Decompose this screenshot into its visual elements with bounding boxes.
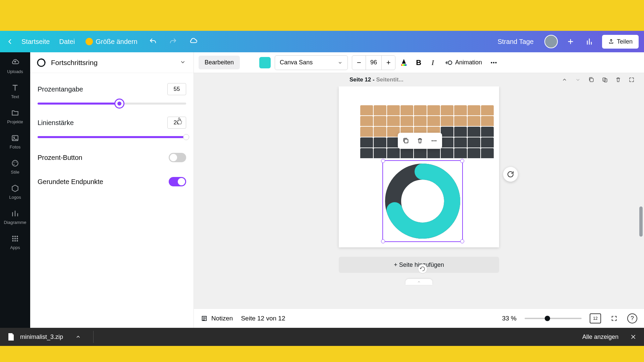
slider-thumb[interactable] — [183, 134, 189, 140]
sidebar-item-styles[interactable]: Stile — [0, 157, 30, 176]
delete-element-button[interactable] — [414, 135, 426, 147]
color-swatch-dark[interactable] — [244, 57, 255, 68]
text-color-button[interactable] — [399, 58, 410, 68]
zoom-slider[interactable] — [525, 318, 582, 319]
more-element-button[interactable] — [428, 135, 440, 147]
font-size-increase[interactable]: + — [382, 56, 395, 70]
collapse-button[interactable] — [179, 59, 187, 67]
undo-button[interactable] — [148, 37, 158, 46]
page-count: Seite 12 von 12 — [241, 315, 285, 322]
download-expand-button[interactable] — [75, 334, 81, 340]
show-all-button[interactable]: Alle anzeigen — [582, 334, 619, 341]
svg-point-2 — [12, 160, 18, 166]
expand-timeline-handle[interactable] — [406, 279, 432, 285]
page-up-button[interactable] — [560, 75, 569, 84]
element-context-toolbar — [398, 133, 442, 149]
sidebar-item-photos[interactable]: Fotos — [0, 132, 30, 151]
rotate-handle[interactable] — [418, 264, 427, 274]
more-button[interactable] — [489, 58, 499, 67]
font-select[interactable]: Canva Sans — [275, 55, 348, 70]
color-swatch-teal[interactable] — [259, 57, 271, 68]
add-user-button[interactable] — [565, 36, 577, 48]
svg-point-12 — [12, 240, 13, 241]
insights-button[interactable] — [583, 36, 595, 48]
grid-view-button[interactable]: 12 — [590, 313, 601, 323]
resize-handle-tr[interactable] — [460, 159, 464, 163]
sidebar-item-uploads[interactable]: Uploads — [0, 56, 30, 75]
svg-point-25 — [432, 140, 433, 141]
sidebar-item-label: Projekte — [7, 119, 23, 124]
chevron-down-icon — [337, 60, 343, 65]
hexagon-icon — [10, 183, 20, 193]
close-download-bar-button[interactable] — [630, 334, 637, 340]
svg-point-17 — [448, 61, 452, 64]
resize-button[interactable]: Größe ändern — [86, 38, 138, 46]
resize-handle-bl[interactable] — [381, 239, 385, 243]
crown-icon — [86, 38, 93, 45]
cursor-icon — [176, 117, 182, 125]
sidebar-item-charts[interactable]: Diagramme — [0, 207, 30, 226]
expand-page-button[interactable] — [627, 75, 636, 84]
font-size-value[interactable]: 96 — [366, 56, 382, 70]
canvas-viewport[interactable]: + Seite hinzufügen — [194, 86, 644, 308]
percent-slider[interactable] — [38, 103, 186, 105]
notes-button[interactable]: Notizen — [201, 315, 233, 322]
notes-label: Notizen — [211, 315, 233, 322]
resize-handle-tl[interactable] — [381, 159, 385, 163]
resize-label: Größe ändern — [96, 38, 138, 46]
svg-rect-16 — [401, 64, 407, 66]
sidebar-item-apps[interactable]: Apps — [0, 232, 30, 251]
scrollbar-thumb[interactable] — [639, 206, 643, 237]
sidebar-item-text[interactable]: Text — [0, 81, 30, 101]
animation-label: Animation — [455, 59, 482, 66]
page-down-button[interactable] — [574, 75, 582, 84]
percent-button-label: Prozent-Button — [38, 154, 82, 162]
copy-page-button[interactable] — [600, 75, 609, 84]
share-button[interactable]: Teilen — [602, 35, 639, 49]
svg-point-8 — [16, 236, 18, 237]
percent-label: Prozentangabe — [38, 85, 83, 93]
thickness-slider[interactable] — [38, 136, 186, 138]
apps-icon — [10, 234, 20, 244]
help-button[interactable]: ? — [627, 313, 637, 323]
edit-button[interactable]: Bearbeiten — [199, 56, 240, 69]
slider-thumb[interactable] — [115, 100, 123, 108]
home-link[interactable]: Startseite — [21, 38, 50, 46]
regenerate-button[interactable] — [503, 167, 518, 182]
properties-title: Fortschrittsring — [51, 59, 175, 67]
zoom-slider-thumb[interactable] — [545, 316, 550, 321]
avatar[interactable] — [544, 35, 558, 48]
download-file-name[interactable]: minimalist_3.zip — [20, 334, 63, 341]
zoom-value[interactable]: 33 % — [502, 315, 517, 322]
duplicate-element-button[interactable] — [400, 135, 412, 147]
selection-box[interactable] — [382, 160, 463, 242]
icon-sidebar: Uploads Text Projekte Fotos Stile Logos — [0, 52, 30, 328]
back-button[interactable] — [5, 37, 15, 46]
percent-input[interactable]: 55 — [167, 83, 186, 95]
document-title[interactable]: Strand Tage — [497, 38, 534, 46]
resize-handle-br[interactable] — [460, 239, 464, 243]
canvas-scrollbar[interactable] — [639, 52, 643, 328]
canvas-page[interactable] — [339, 86, 499, 247]
bold-button[interactable]: B — [414, 58, 424, 67]
animation-button[interactable]: Animation — [442, 59, 485, 66]
progress-ring-icon — [36, 58, 46, 68]
svg-point-3 — [13, 162, 14, 163]
sidebar-item-logos[interactable]: Logos — [0, 182, 30, 201]
cloud-sync-icon[interactable] — [189, 37, 198, 46]
redo-button[interactable] — [168, 37, 178, 46]
file-menu[interactable]: Datei — [59, 38, 75, 46]
percent-button-toggle[interactable] — [169, 153, 186, 162]
thickness-label: Linienstärke — [38, 119, 74, 127]
duplicate-page-button[interactable] — [587, 75, 596, 84]
rounded-ends-toggle[interactable] — [169, 177, 186, 186]
fullscreen-button[interactable] — [609, 313, 619, 323]
svg-point-5 — [13, 164, 14, 165]
download-bar: minimalist_3.zip Alle anzeigen — [0, 328, 644, 346]
sidebar-item-projects[interactable]: Projekte — [0, 107, 30, 126]
motion-icon — [445, 59, 452, 66]
chart-icon — [10, 208, 20, 219]
font-size-decrease[interactable]: − — [352, 56, 366, 70]
delete-page-button[interactable] — [614, 75, 623, 84]
italic-button[interactable]: I — [428, 58, 438, 67]
